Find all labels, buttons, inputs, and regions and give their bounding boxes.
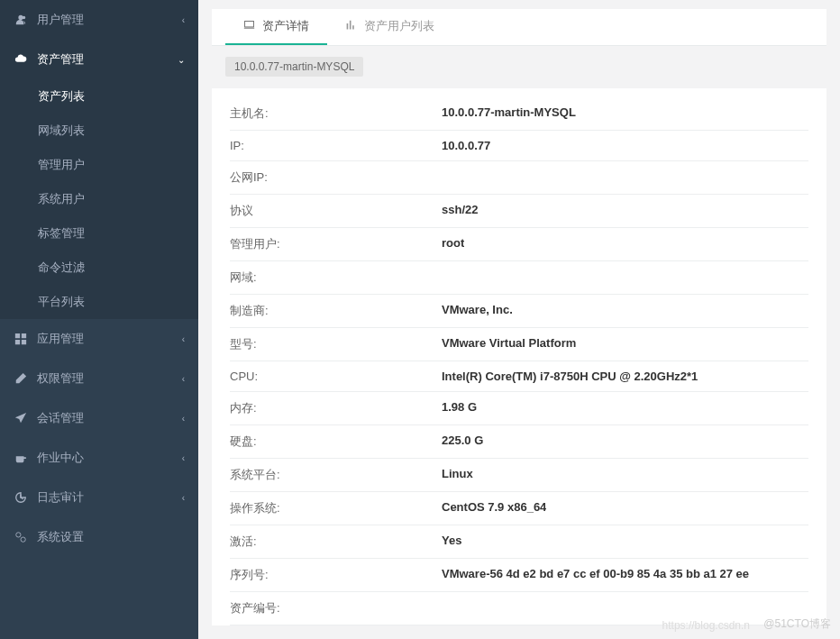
detail-row-cpu: CPU:Intel(R) Core(TM) i7-8750H CPU @ 2.2… bbox=[230, 361, 808, 392]
laptop-icon bbox=[243, 19, 255, 33]
svg-point-0 bbox=[16, 533, 21, 537]
chevron-left-icon: ‹ bbox=[182, 493, 185, 503]
svg-rect-2 bbox=[245, 21, 254, 27]
plane-icon bbox=[14, 411, 28, 425]
nav-session-mgmt[interactable]: 会话管理 ‹ bbox=[0, 398, 198, 438]
detail-row-asset-number: 资产编号: bbox=[230, 592, 808, 625]
detail-row-memory: 内存:1.98 G bbox=[230, 392, 808, 425]
main-content: 资产详情 资产用户列表 10.0.0.77-martin-MYSQL 主机名:1… bbox=[198, 0, 840, 639]
nav-label: 用户管理 bbox=[37, 12, 182, 28]
detail-row-vendor: 制造商:VMware, Inc. bbox=[230, 295, 808, 328]
detail-row-hostname: 主机名:10.0.0.77-martin-MYSQL bbox=[230, 97, 808, 131]
detail-label: 硬盘: bbox=[230, 434, 442, 450]
gears-icon bbox=[14, 530, 28, 544]
detail-value: ssh/22 bbox=[442, 203, 478, 219]
subnav-label-mgmt[interactable]: 标签管理 bbox=[0, 216, 198, 251]
detail-row-public-ip: 公网IP: bbox=[230, 161, 808, 195]
nav-label: 权限管理 bbox=[37, 370, 182, 387]
chevron-left-icon: ‹ bbox=[182, 15, 185, 25]
detail-value: 1.98 G bbox=[442, 400, 477, 416]
detail-row-ip: IP:10.0.0.77 bbox=[230, 131, 808, 161]
chevron-left-icon: ‹ bbox=[182, 374, 185, 384]
detail-value: VMware-56 4d e2 bd e7 cc ef 00-b9 85 4a … bbox=[442, 567, 749, 583]
nav-app-mgmt[interactable]: 应用管理 ‹ bbox=[0, 319, 198, 359]
detail-label: 操作系统: bbox=[230, 500, 442, 516]
detail-label: IP: bbox=[230, 139, 442, 152]
edit-icon bbox=[14, 371, 28, 386]
detail-value: 225.0 G bbox=[442, 434, 483, 450]
nav-label: 系统设置 bbox=[37, 529, 185, 545]
detail-row-os: 操作系统:CentOS 7.9 x86_64 bbox=[230, 492, 808, 525]
detail-row-admin-user: 管理用户:root bbox=[230, 228, 808, 261]
detail-value: 10.0.0.77-martin-MYSQL bbox=[442, 105, 576, 122]
subnav-platform-list[interactable]: 平台列表 bbox=[0, 285, 198, 319]
detail-row-protocol: 协议ssh/22 bbox=[230, 195, 808, 228]
detail-label: 序列号: bbox=[230, 567, 442, 583]
chevron-left-icon: ‹ bbox=[182, 334, 185, 344]
detail-row-model: 型号:VMware Virtual Platform bbox=[230, 328, 808, 361]
chevron-left-icon: ‹ bbox=[182, 414, 185, 424]
tab-asset-user-list[interactable]: 资产用户列表 bbox=[327, 9, 452, 45]
tab-asset-detail[interactable]: 资产详情 bbox=[225, 9, 327, 45]
nav-log-audit[interactable]: 日志审计 ‹ bbox=[0, 478, 198, 517]
detail-label: 协议 bbox=[230, 203, 442, 219]
detail-label: CPU: bbox=[230, 370, 442, 383]
detail-label: 公网IP: bbox=[230, 169, 442, 186]
detail-value: Intel(R) Core(TM) i7-8750H CPU @ 2.20GHz… bbox=[442, 370, 698, 383]
chevron-left-icon: ‹ bbox=[182, 453, 185, 463]
detail-row-domain: 网域: bbox=[230, 261, 808, 295]
subnav-asset: 资产列表 网域列表 管理用户 系统用户 标签管理 命令过滤 平台列表 bbox=[0, 79, 198, 319]
detail-panel: 主机名:10.0.0.77-martin-MYSQL IP:10.0.0.77 … bbox=[212, 88, 826, 625]
detail-value: 10.0.0.77 bbox=[442, 139, 490, 152]
nav-label: 日志审计 bbox=[37, 489, 182, 506]
nav-asset-mgmt[interactable]: 资产管理 ⌄ bbox=[0, 40, 198, 79]
chevron-down-icon: ⌄ bbox=[178, 55, 185, 65]
detail-row-serial: 序列号:VMware-56 4d e2 bd e7 cc ef 00-b9 85… bbox=[230, 559, 808, 592]
subnav-system-user[interactable]: 系统用户 bbox=[0, 182, 198, 216]
detail-label: 激活: bbox=[230, 534, 442, 550]
breadcrumb: 10.0.0.77-martin-MYSQL bbox=[212, 46, 826, 84]
subnav-cmd-filter[interactable]: 命令过滤 bbox=[0, 251, 198, 285]
tab-label: 资产用户列表 bbox=[364, 18, 434, 34]
nav-label: 会话管理 bbox=[37, 410, 182, 426]
cloud-icon bbox=[14, 52, 28, 67]
coffee-icon bbox=[14, 451, 28, 465]
detail-label: 主机名: bbox=[230, 105, 442, 122]
detail-row-platform: 系统平台:Linux bbox=[230, 459, 808, 492]
users-icon bbox=[14, 13, 28, 27]
detail-value: CentOS 7.9 x86_64 bbox=[442, 500, 546, 516]
nav-perm-mgmt[interactable]: 权限管理 ‹ bbox=[0, 359, 198, 398]
nav-job-center[interactable]: 作业中心 ‹ bbox=[0, 438, 198, 478]
detail-value: VMware, Inc. bbox=[442, 303, 513, 319]
detail-value: Yes bbox=[442, 534, 461, 550]
chart-icon bbox=[345, 19, 357, 33]
tabs: 资产详情 资产用户列表 bbox=[212, 9, 826, 46]
detail-label: 型号: bbox=[230, 336, 442, 352]
asset-name-tag: 10.0.0.77-martin-MYSQL bbox=[225, 57, 363, 77]
svg-point-1 bbox=[21, 537, 25, 542]
subnav-admin-user[interactable]: 管理用户 bbox=[0, 148, 198, 182]
nav-user-mgmt[interactable]: 用户管理 ‹ bbox=[0, 0, 198, 40]
subnav-domain-list[interactable]: 网域列表 bbox=[0, 114, 198, 148]
detail-label: 制造商: bbox=[230, 303, 442, 319]
tab-label: 资产详情 bbox=[262, 18, 309, 34]
detail-value: Linux bbox=[442, 467, 473, 483]
nav-system-settings[interactable]: 系统设置 bbox=[0, 517, 198, 557]
detail-label: 资产编号: bbox=[230, 600, 442, 616]
history-icon bbox=[14, 490, 28, 505]
detail-row-disk: 硬盘:225.0 G bbox=[230, 425, 808, 459]
detail-label: 网域: bbox=[230, 269, 442, 286]
nav-label: 应用管理 bbox=[37, 331, 182, 347]
detail-row-active: 激活:Yes bbox=[230, 525, 808, 559]
detail-label: 内存: bbox=[230, 400, 442, 416]
nav-label: 作业中心 bbox=[37, 450, 182, 466]
nav-label: 资产管理 bbox=[37, 51, 178, 68]
detail-value: VMware Virtual Platform bbox=[442, 336, 576, 352]
detail-label: 管理用户: bbox=[230, 236, 442, 252]
detail-label: 系统平台: bbox=[230, 467, 442, 483]
detail-value: root bbox=[442, 236, 464, 252]
sidebar: 用户管理 ‹ 资产管理 ⌄ 资产列表 网域列表 管理用户 系统用户 标签管理 命… bbox=[0, 0, 198, 639]
grid-icon bbox=[14, 332, 28, 346]
subnav-asset-list[interactable]: 资产列表 bbox=[0, 79, 198, 114]
